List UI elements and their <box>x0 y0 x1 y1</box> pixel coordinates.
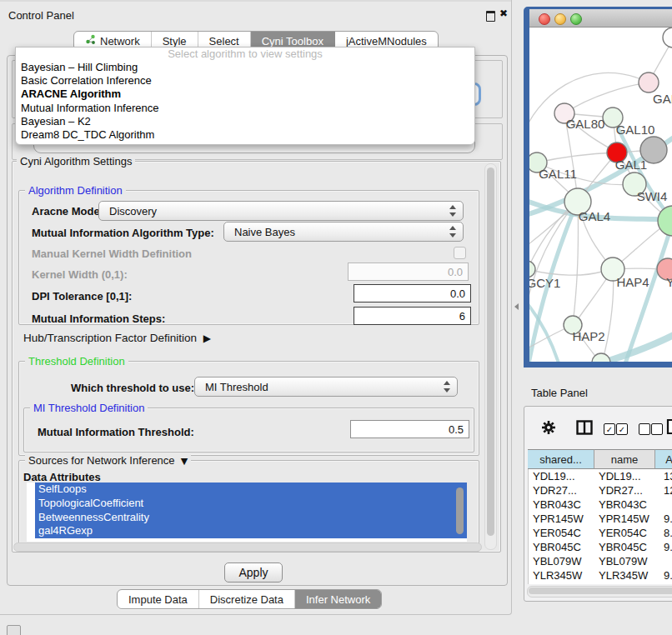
column-header-name[interactable]: name <box>594 449 655 469</box>
table-cell[interactable]: YDR27... <box>599 483 659 498</box>
table-cell[interactable]: YIL052C <box>599 582 659 584</box>
column-header-partial[interactable]: A <box>655 449 672 469</box>
table-cell[interactable]: YER054C <box>529 526 599 540</box>
table-row[interactable]: YBR043CYBR043C <box>529 498 672 512</box>
float-window-icon[interactable] <box>486 11 495 22</box>
checked-checkbox-icon[interactable]: ✓ <box>604 423 615 435</box>
tab-impute-data[interactable]: Impute Data <box>118 590 199 608</box>
manual-kernel-width-checkbox[interactable] <box>454 247 466 259</box>
algorithm-dropdown-placeholder: Select algorithm to view settings <box>16 48 474 61</box>
table-row[interactable]: YBL079WYBL079W <box>529 554 672 568</box>
table-cell[interactable]: YPR145W <box>599 512 659 526</box>
table-row[interactable]: YIL052CYIL052C9. <box>529 582 672 584</box>
table-row[interactable]: YBR045CYBR045C9. <box>529 540 672 554</box>
dpi-tolerance-field[interactable] <box>354 284 471 302</box>
network-node[interactable] <box>529 261 535 278</box>
table-row[interactable]: YLR345WYLR345W9. <box>529 568 672 582</box>
table-cell[interactable]: YLR345W <box>599 568 659 582</box>
column-header-shared-name[interactable]: shared... <box>528 449 594 469</box>
checked-checkbox-icon[interactable]: ✓ <box>616 423 628 435</box>
algorithm-option[interactable]: Bayesian – K2 <box>16 115 474 128</box>
table-cell[interactable]: YLR345W <box>529 568 599 582</box>
table-cell[interactable] <box>659 498 664 512</box>
attribute-list-item[interactable]: gal4RGexp <box>35 524 467 538</box>
mi-threshold-field[interactable] <box>350 420 469 438</box>
algorithm-option[interactable]: Dream8 DC_TDC Algorithm <box>16 128 474 142</box>
apply-button[interactable]: Apply <box>224 562 283 582</box>
collapse-down-icon[interactable]: ▼ <box>178 456 188 467</box>
mi-algorithm-type-combo[interactable]: Naive Bayes <box>223 222 464 242</box>
attributes-scrollbar-thumb[interactable] <box>456 488 464 534</box>
network-edge[interactable] <box>529 295 560 362</box>
table-cell[interactable]: YBR043C <box>599 498 659 512</box>
table-cell[interactable]: YDL19... <box>529 469 599 483</box>
table-cell[interactable]: YDR27... <box>529 483 599 498</box>
tab-infer-network[interactable]: Infer Network <box>295 590 381 608</box>
split-panel-icon[interactable] <box>576 420 593 438</box>
table-cell[interactable]: YBR043C <box>529 498 599 512</box>
close-icon[interactable]: ✖ <box>499 8 508 19</box>
table-cell[interactable]: 8. <box>659 526 672 540</box>
table-cell[interactable]: 9. <box>659 568 672 582</box>
table-cell[interactable]: 9. <box>659 512 672 526</box>
table-row[interactable]: YPR145WYPR145W9. <box>529 512 672 526</box>
data-attributes-list[interactable]: SelfLoopsTopologicalCoefficientBetweenne… <box>27 482 467 542</box>
algorithm-option[interactable]: Mutual Information Inference <box>16 102 474 115</box>
table-cell[interactable]: YDL19... <box>599 469 659 483</box>
attribute-list-item[interactable]: SelfLoops <box>35 482 467 497</box>
network-canvas[interactable]: GALGAL80GAL10GAL1GAL11SWI4GAL4GCY1HAP4YH… <box>529 28 672 362</box>
attribute-list-item[interactable]: TopologicalCoefficient <box>35 497 467 511</box>
table-row[interactable]: YDR27...YDR27...12 <box>529 483 672 498</box>
kernel-width-field[interactable] <box>348 262 469 281</box>
network-edge[interactable] <box>564 82 649 113</box>
algorithm-option[interactable]: Bayesian – Hill Climbing <box>16 61 474 74</box>
aracne-mode-combo[interactable]: Discovery <box>98 201 464 221</box>
table-cell[interactable]: YER054C <box>599 526 659 540</box>
minimized-panel-icon[interactable] <box>7 625 21 635</box>
settings-scrollbar[interactable] <box>484 163 497 550</box>
table-row[interactable]: YER054CYER054C8. <box>529 526 672 540</box>
unchecked-checkbox-icon[interactable] <box>651 423 663 435</box>
table-cell[interactable]: YBL079W <box>529 554 599 568</box>
network-node[interactable] <box>663 28 672 48</box>
table-cell[interactable]: YBR045C <box>529 540 599 554</box>
table-cell[interactable]: YBR045C <box>599 540 659 554</box>
table-cell[interactable]: 9. <box>659 540 672 554</box>
gear-icon[interactable] <box>541 420 556 438</box>
table-cell[interactable]: YPR145W <box>529 512 599 526</box>
mi-steps-field[interactable] <box>354 307 471 325</box>
algorithm-option[interactable]: ARACNE Algorithm <box>16 88 474 101</box>
network-edge[interactable] <box>537 152 616 162</box>
window-close-icon[interactable] <box>539 13 550 25</box>
network-window-titlebar[interactable] <box>529 9 672 28</box>
table-hscrollbar-thumb[interactable] <box>529 588 672 594</box>
network-node[interactable] <box>639 72 659 92</box>
table-row[interactable]: YDL19...YDL19...13 <box>529 469 672 483</box>
settings-hscrollbar[interactable] <box>13 542 482 552</box>
which-threshold-label: Which threshold to use: <box>71 382 194 394</box>
attribute-list-item[interactable]: BetweennessCentrality <box>35 511 467 525</box>
panel-splitter-arrow[interactable] <box>514 303 519 310</box>
algorithm-option[interactable]: Basic Correlation Inference <box>16 74 474 88</box>
which-threshold-combo[interactable]: MI Threshold <box>194 377 458 397</box>
expand-right-icon[interactable]: ▶ <box>200 332 211 344</box>
window-zoom-icon[interactable] <box>570 13 582 25</box>
settings-scrollbar-thumb[interactable] <box>487 168 494 536</box>
network-edge[interactable] <box>573 200 578 325</box>
new-table-icon[interactable] <box>666 418 672 438</box>
table-cell[interactable] <box>659 554 664 568</box>
table-cell[interactable]: YIL052C <box>529 582 599 584</box>
sources-label[interactable]: Sources for Network Inference ▼ <box>25 454 191 467</box>
table-cell[interactable]: 13 <box>659 469 672 483</box>
table-cell[interactable]: 9. <box>659 582 672 584</box>
network-edge[interactable] <box>529 269 602 275</box>
table-cell[interactable]: YBL079W <box>599 554 659 568</box>
table-hscrollbar[interactable] <box>527 586 672 598</box>
table-body[interactable]: YDL19...YDL19...13YDR27...YDR27...12YBR0… <box>528 469 672 584</box>
network-node[interactable] <box>658 206 672 236</box>
window-minimize-icon[interactable] <box>554 13 566 25</box>
table-cell[interactable]: 12 <box>659 483 672 498</box>
hub-definition-section[interactable]: Hub/Transcription Factor Definition ▶ <box>23 332 211 344</box>
unchecked-checkbox-icon[interactable] <box>639 423 650 435</box>
tab-discretize-data[interactable]: Discretize Data <box>199 590 295 608</box>
